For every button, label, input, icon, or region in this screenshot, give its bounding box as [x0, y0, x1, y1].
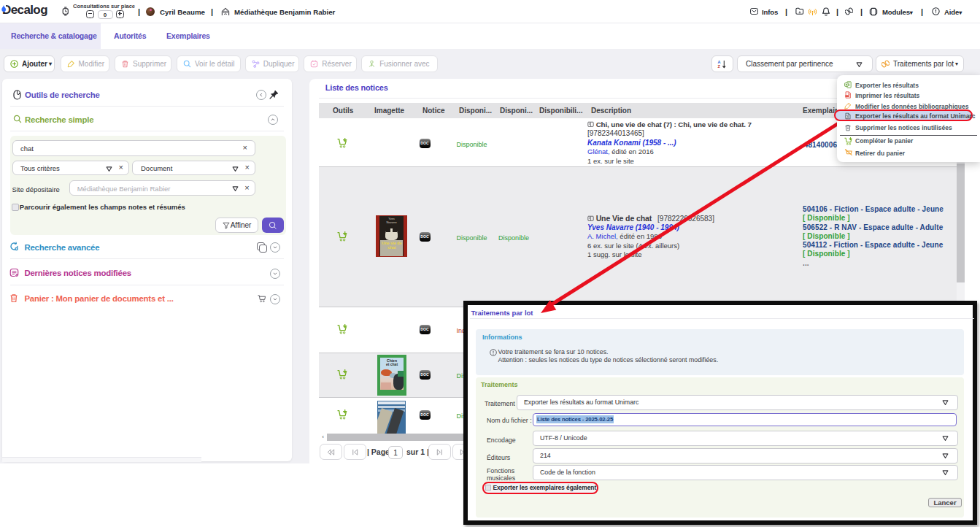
svg-text:A: A — [718, 59, 721, 64]
svg-text:Z: Z — [718, 64, 721, 69]
